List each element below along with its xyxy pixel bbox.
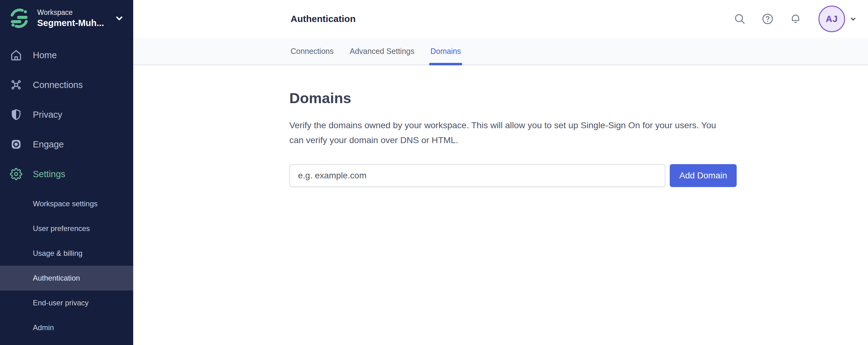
gear-icon: [9, 167, 23, 181]
sidebar-item-label: Connections: [33, 80, 83, 90]
bell-icon: [789, 13, 802, 25]
sidebar-item-privacy[interactable]: Privacy: [0, 100, 133, 129]
topbar-actions: AJ: [719, 6, 858, 32]
subnav-item-workspace-settings[interactable]: Workspace settings: [0, 191, 133, 216]
segment-logo-icon: [9, 8, 29, 28]
section-description: Verify the domains owned by your workspa…: [289, 118, 723, 148]
help-button[interactable]: [761, 12, 774, 26]
tab-label: Domains: [430, 47, 461, 56]
workspace-label: Workspace: [37, 8, 104, 17]
notifications-button[interactable]: [789, 12, 802, 26]
subnav-item-label: Admin: [33, 323, 54, 332]
tab-label: Advanced Settings: [350, 47, 414, 56]
workspace-name: Segment-Muh...: [37, 17, 104, 29]
subnav-item-label: Usage & billing: [33, 249, 83, 258]
settings-subnav: Workspace settings User preferences Usag…: [0, 191, 133, 340]
domains-section: Domains Verify the domains owned by your…: [133, 65, 868, 187]
shield-icon: [9, 108, 23, 121]
workspace-switcher[interactable]: Workspace Segment-Muh...: [0, 0, 133, 32]
subnav-item-label: End-user privacy: [33, 299, 89, 307]
sidebar-item-label: Home: [33, 50, 57, 60]
avatar-initials: AJ: [826, 14, 838, 24]
section-heading: Domains: [289, 90, 849, 106]
sidebar-item-label: Privacy: [33, 109, 62, 120]
tab-advanced-settings[interactable]: Advanced Settings: [350, 38, 414, 64]
subnav-item-usage-billing[interactable]: Usage & billing: [0, 241, 133, 266]
avatar[interactable]: AJ: [818, 6, 845, 32]
sidebar-item-home[interactable]: Home: [0, 40, 133, 70]
sidebar-item-label: Engage: [33, 139, 64, 150]
connections-icon: [9, 78, 23, 92]
subnav-item-label: User preferences: [33, 224, 90, 233]
tab-label: Connections: [290, 47, 334, 56]
sidebar: Workspace Segment-Muh... Home: [0, 0, 133, 345]
home-icon: [9, 48, 23, 62]
tab-connections[interactable]: Connections: [290, 38, 334, 64]
subnav-item-end-user-privacy[interactable]: End-user privacy: [0, 290, 133, 315]
subnav-item-label: Workspace settings: [33, 199, 98, 208]
active-tab-underline: [429, 63, 462, 65]
sidebar-item-settings[interactable]: Settings: [0, 159, 133, 189]
add-domain-button[interactable]: Add Domain: [670, 164, 737, 187]
add-domain-form: Add Domain: [289, 164, 849, 187]
help-icon: [762, 13, 774, 25]
sidebar-item-engage[interactable]: Engage: [0, 129, 133, 159]
search-button[interactable]: [733, 12, 747, 26]
search-icon: [734, 13, 746, 25]
sidebar-item-connections[interactable]: Connections: [0, 70, 133, 100]
subnav-item-admin[interactable]: Admin: [0, 315, 133, 340]
engage-icon: [9, 137, 23, 151]
main-area: Authentication: [133, 0, 868, 345]
subnav-item-label: Authentication: [33, 274, 80, 282]
app-root: Workspace Segment-Muh... Home: [0, 0, 868, 345]
workspace-info: Workspace Segment-Muh...: [37, 8, 104, 29]
account-chevron-down-icon[interactable]: [849, 14, 858, 23]
subnav-item-authentication[interactable]: Authentication: [0, 266, 133, 290]
chevron-down-icon[interactable]: [114, 13, 125, 24]
sidebar-item-label: Settings: [33, 169, 65, 179]
page-title: Authentication: [290, 13, 355, 24]
subnav-item-user-preferences[interactable]: User preferences: [0, 216, 133, 241]
sidebar-nav: Home Connections: [0, 40, 133, 189]
tab-domains[interactable]: Domains: [430, 38, 461, 64]
tab-bar: Connections Advanced Settings Domains: [133, 38, 868, 65]
topbar: Authentication: [133, 0, 868, 38]
domain-input[interactable]: [289, 164, 665, 187]
